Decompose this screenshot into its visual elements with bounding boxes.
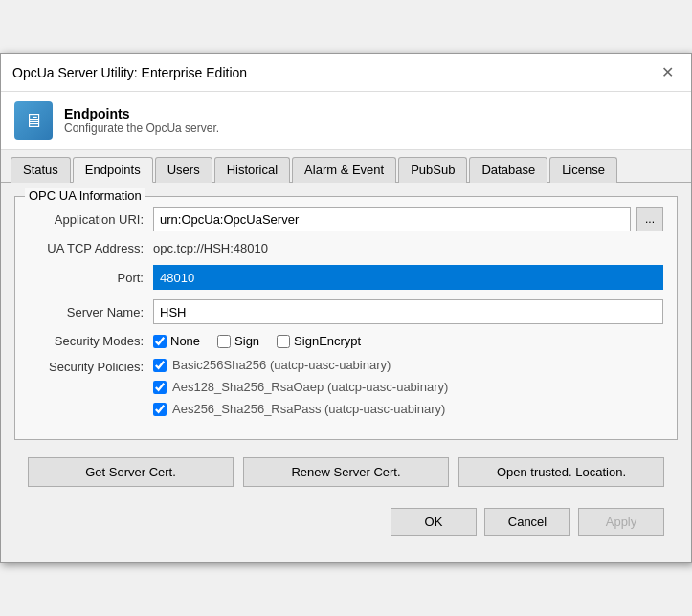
tab-endpoints[interactable]: Endpoints — [73, 157, 153, 183]
port-row: Port: — [29, 265, 663, 290]
policy-basic256-checkbox[interactable] — [153, 359, 167, 372]
mode-sign-label: Sign — [234, 334, 259, 348]
window-title: OpcUa Server Utility: Enterprise Edition — [12, 65, 247, 80]
port-label: Port: — [29, 271, 153, 285]
policy-aes256-checkbox[interactable] — [153, 403, 167, 416]
server-name-input[interactable] — [153, 299, 663, 324]
monitor-icon: 🖥 — [24, 110, 43, 132]
tab-users[interactable]: Users — [155, 157, 212, 183]
policy-aes128[interactable]: Aes128_Sha256_RsaOaep (uatcp-uasc-uabina… — [153, 380, 448, 394]
mode-none-checkbox[interactable] — [153, 335, 167, 348]
app-uri-browse-button[interactable]: ... — [636, 207, 663, 231]
security-modes-row: Security Modes: None Sign SignEncrypt — [29, 334, 663, 348]
app-uri-input[interactable] — [153, 207, 631, 231]
security-policies-label: Security Policies: — [29, 358, 153, 374]
app-uri-row: Application URI: ... — [29, 207, 663, 231]
policy-aes128-label: Aes128_Sha256_RsaOaep (uatcp-uasc-uabina… — [172, 380, 448, 394]
opc-ua-group: OPC UA Information Application URI: ... … — [14, 196, 678, 440]
renew-server-cert-button[interactable]: Renew Server Cert. — [243, 457, 449, 487]
mode-signencrypt-checkbox[interactable] — [277, 335, 290, 348]
security-modes-label: Security Modes: — [29, 334, 153, 348]
security-policies-row: Security Policies: Basic256Sha256 (uatcp… — [29, 358, 663, 416]
open-trusted-location-button[interactable]: Open trusted. Location. — [458, 457, 664, 487]
close-button[interactable]: ✕ — [656, 61, 680, 83]
mode-sign[interactable]: Sign — [217, 334, 259, 348]
app-uri-input-group: ... — [153, 207, 663, 231]
mode-signencrypt-label: SignEncrypt — [294, 334, 361, 348]
mode-signencrypt[interactable]: SignEncrypt — [277, 334, 361, 348]
ok-button[interactable]: OK — [391, 508, 477, 536]
content-area: OPC UA Information Application URI: ... … — [1, 183, 691, 562]
dialog-footer: OK Cancel Apply — [14, 500, 678, 549]
cancel-button[interactable]: Cancel — [484, 508, 570, 536]
tcp-value: opc.tcp://HSH:48010 — [153, 241, 268, 255]
tab-historical[interactable]: Historical — [214, 157, 290, 183]
section-subtitle: Configurate the OpcUa server. — [64, 121, 219, 135]
title-bar: OpcUa Server Utility: Enterprise Edition… — [1, 54, 691, 92]
get-server-cert-button[interactable]: Get Server Cert. — [28, 457, 234, 487]
tab-alarm-event[interactable]: Alarm & Event — [292, 157, 396, 183]
tab-license[interactable]: License — [549, 157, 617, 183]
header-section: 🖥 Endpoints Configurate the OpcUa server… — [1, 92, 691, 150]
header-info: Endpoints Configurate the OpcUa server. — [64, 106, 219, 135]
server-name-row: Server Name: — [29, 299, 663, 324]
policy-aes128-checkbox[interactable] — [153, 381, 167, 394]
group-title: OPC UA Information — [25, 188, 145, 203]
tab-pubsub[interactable]: PubSub — [398, 157, 467, 183]
policies-group: Basic256Sha256 (uatcp-uasc-uabinary) Aes… — [153, 358, 448, 416]
tcp-address-row: UA TCP Address: opc.tcp://HSH:48010 — [29, 241, 663, 255]
section-icon: 🖥 — [14, 101, 53, 140]
policy-aes256-label: Aes256_Sha256_RsaPass (uatcp-uasc-uabina… — [172, 402, 445, 416]
port-input[interactable] — [153, 265, 663, 290]
mode-none[interactable]: None — [153, 334, 200, 348]
tab-status[interactable]: Status — [11, 157, 71, 183]
apply-button[interactable]: Apply — [578, 508, 664, 536]
policy-basic256[interactable]: Basic256Sha256 (uatcp-uasc-uabinary) — [153, 358, 448, 372]
main-window: OpcUa Server Utility: Enterprise Edition… — [0, 53, 692, 563]
policy-basic256-label: Basic256Sha256 (uatcp-uasc-uabinary) — [172, 358, 391, 372]
app-uri-label: Application URI: — [29, 212, 153, 227]
server-name-label: Server Name: — [29, 305, 153, 319]
mode-none-label: None — [170, 334, 200, 348]
section-title: Endpoints — [64, 106, 219, 121]
tcp-label: UA TCP Address: — [29, 241, 153, 255]
security-modes-group: None Sign SignEncrypt — [153, 334, 361, 348]
mode-sign-checkbox[interactable] — [217, 335, 231, 348]
tab-database[interactable]: Database — [469, 157, 547, 183]
policy-aes256[interactable]: Aes256_Sha256_RsaPass (uatcp-uasc-uabina… — [153, 402, 448, 416]
tab-bar: Status Endpoints Users Historical Alarm … — [1, 150, 691, 183]
action-buttons: Get Server Cert. Renew Server Cert. Open… — [14, 453, 678, 500]
